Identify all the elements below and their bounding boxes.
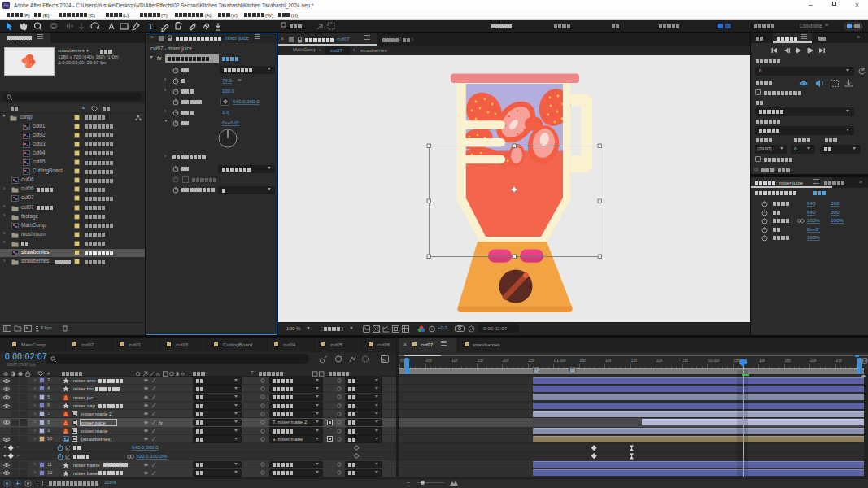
svg-text:T: T	[148, 22, 153, 31]
svg-text:fx: fx	[159, 420, 164, 425]
